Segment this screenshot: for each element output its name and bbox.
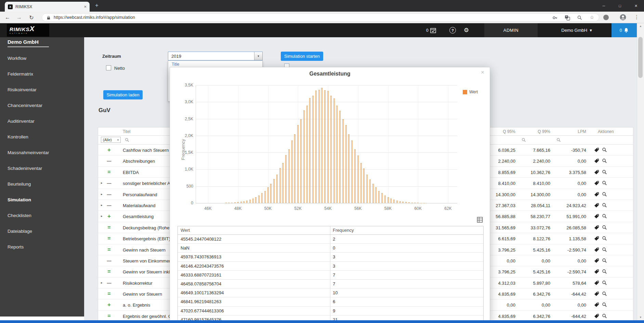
sidebar-item-reports[interactable]: Reports (0, 239, 84, 255)
row-title: Ergebnis der gewöhnl. Ge (123, 314, 174, 319)
new-tab-button[interactable]: + (95, 2, 98, 9)
row-expander-icon[interactable]: ▸ (101, 192, 103, 196)
simulation-starten-button[interactable]: Simulation starten (281, 52, 323, 61)
q99-filter-search-icon[interactable] (556, 137, 561, 144)
sidebar-item-dateiablage[interactable]: Dateiablage (0, 224, 84, 239)
close-icon[interactable]: × (481, 69, 484, 76)
sidebar-item-workflow[interactable]: Workflow (0, 51, 84, 66)
row-expander-icon[interactable]: ▸ (101, 281, 103, 284)
export-button[interactable] (476, 216, 484, 224)
dropdown-option[interactable]: Title (168, 61, 262, 68)
key-icon[interactable] (552, 15, 558, 21)
tag-icon[interactable] (594, 170, 599, 175)
sidebar-item-risikoinventar[interactable]: Risikoinventar (0, 82, 84, 98)
row-expander-icon[interactable]: ▸ (101, 214, 103, 218)
tag-icon[interactable] (594, 203, 599, 208)
magnifier-icon[interactable] (602, 258, 607, 263)
netto-checkbox[interactable] (106, 65, 111, 70)
company-selector[interactable]: Demo GmbH ▾ (547, 23, 606, 37)
tab-close-icon[interactable]: × (84, 4, 87, 9)
scroll-down-icon[interactable]: ▼ (637, 316, 644, 319)
col-header-titel[interactable]: Titel (123, 129, 130, 134)
select-caret-icon[interactable]: ▾ (254, 52, 262, 60)
reload-button[interactable]: ↻ (27, 12, 36, 23)
sidebar-item-massnahmeinventar[interactable]: Massnahmeinventar (0, 145, 84, 161)
magnifier-icon[interactable] (602, 203, 607, 208)
magnifier-icon[interactable] (602, 236, 607, 241)
sidebar-item-feldermatrix[interactable]: Feldermatrix (0, 66, 84, 82)
window-minimize-button[interactable]: ─ (596, 0, 612, 12)
tag-icon[interactable] (594, 247, 599, 252)
sidebar-item-chanceninventar[interactable]: Chanceninventar (0, 98, 84, 113)
sidebar-item-checklisten[interactable]: Checklisten (0, 208, 84, 224)
magnifier-icon[interactable] (602, 180, 607, 186)
notifications-button[interactable]: 0 (612, 23, 637, 37)
magnifier-icon[interactable] (602, 247, 607, 252)
window-close-button[interactable]: ✕ (628, 0, 644, 12)
magnifier-icon[interactable] (602, 313, 607, 319)
settings-button[interactable]: ⚙ (464, 23, 469, 37)
tag-icon[interactable] (594, 214, 599, 219)
row-lpm-value: -644,42 (549, 314, 586, 319)
browser-menu-icon[interactable]: ⋮ (634, 14, 639, 20)
magnifier-icon[interactable] (602, 225, 607, 230)
sidebar-item-auditinventar[interactable]: Auditinventar (0, 113, 84, 129)
tag-icon[interactable] (594, 269, 599, 274)
sidebar-item-simulation[interactable]: Simulation (0, 192, 84, 208)
magnifier-icon[interactable] (602, 170, 607, 175)
tag-icon[interactable] (594, 147, 599, 152)
extension-circle-icon[interactable] (603, 15, 609, 20)
magnifier-icon[interactable] (602, 302, 607, 307)
row-expander-icon[interactable]: ▸ (101, 203, 103, 207)
vertical-scrollbar[interactable]: ▲ ▼ (637, 23, 644, 320)
tag-icon[interactable] (594, 313, 599, 319)
q95-filter-search-icon[interactable] (522, 137, 526, 144)
magnifier-icon[interactable] (602, 192, 607, 197)
scroll-up-icon[interactable]: ▲ (637, 25, 644, 28)
tag-icon[interactable] (594, 258, 599, 263)
translate-icon[interactable] (565, 15, 570, 21)
sidebar-item-schadeninventar[interactable]: Schadeninventar (0, 161, 84, 176)
simulation-laden-button[interactable]: Simulation laden (103, 90, 143, 99)
forward-button[interactable]: → (14, 12, 24, 23)
window-maximize-button[interactable]: □ (612, 0, 628, 12)
magnifier-icon[interactable] (602, 280, 607, 285)
scrollbar-thumb[interactable] (638, 37, 643, 78)
chevron-down-icon: ▾ (117, 138, 119, 142)
back-button[interactable]: ← (3, 12, 12, 23)
histogram-bar (273, 179, 275, 203)
titel-filter-search-icon[interactable] (125, 137, 129, 144)
period-select[interactable]: 2019 ▾ (168, 52, 263, 60)
tasks-indicator[interactable]: 0 (426, 23, 436, 37)
tag-icon[interactable] (594, 180, 599, 186)
magnifier-icon[interactable] (602, 158, 607, 163)
tag-icon[interactable] (594, 192, 599, 197)
tag-icon[interactable] (594, 291, 599, 296)
bookmark-star-icon[interactable]: ☆ (590, 15, 594, 20)
tag-icon[interactable] (594, 225, 599, 230)
magnifier-icon[interactable] (602, 147, 607, 152)
row-expander-icon[interactable]: ▸ (101, 181, 103, 185)
modal-table-row: 46333.688707231617 (178, 271, 483, 280)
admin-menu[interactable]: ADMIN (484, 23, 538, 37)
magnifier-icon[interactable] (602, 214, 607, 219)
url-bar[interactable]: https://webcast.rimiks.info/#/app/simula… (42, 13, 599, 22)
zoom-icon[interactable] (577, 15, 582, 21)
cell-wert: 46146.422043473576 (181, 264, 224, 269)
tag-icon[interactable] (594, 302, 599, 307)
sidebar-item-kontrollen[interactable]: Kontrollen (0, 129, 84, 145)
profile-avatar-icon[interactable] (620, 14, 626, 22)
tag-icon[interactable] (594, 158, 599, 163)
col-header-lpm[interactable]: LPM (549, 129, 586, 134)
filter-alle-select[interactable]: (Alle) ▾ (101, 137, 121, 143)
browser-tab[interactable]: X RIMIKSX × (5, 2, 90, 12)
magnifier-icon[interactable] (602, 269, 607, 274)
chart-area: Frequency Wert 46K48K50K52K54K56K58K60K6… (170, 78, 490, 225)
col-header-q99[interactable]: Q 99% (513, 129, 550, 134)
sidebar-item-beurteilung[interactable]: Beurteilung (0, 176, 84, 192)
magnifier-icon[interactable] (602, 291, 607, 296)
modal-table-row: NaN0 (178, 244, 483, 253)
tag-icon[interactable] (594, 280, 599, 285)
tag-icon[interactable] (594, 236, 599, 241)
help-button[interactable]: ? (449, 23, 456, 37)
